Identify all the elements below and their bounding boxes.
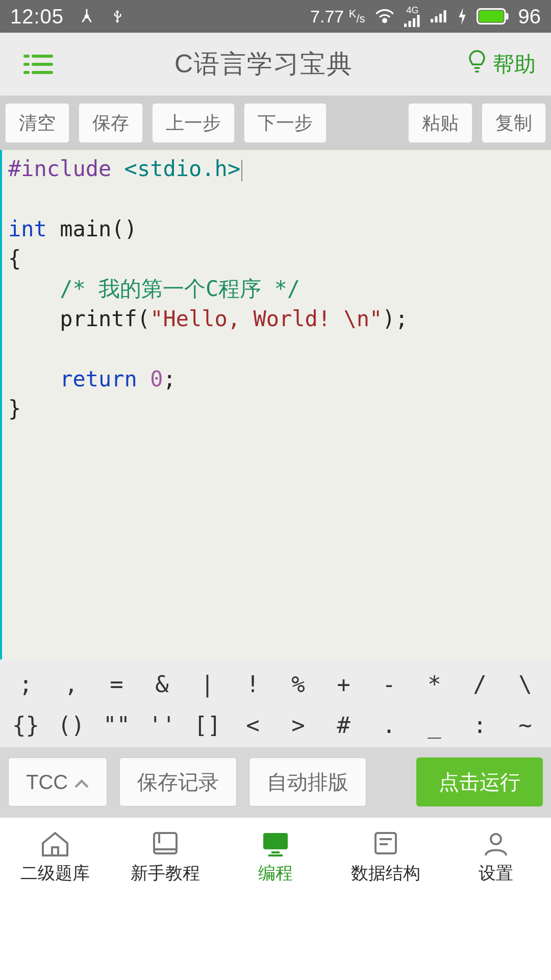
- svg-rect-24: [263, 833, 288, 849]
- document-icon: [369, 829, 402, 857]
- paste-button[interactable]: 粘贴: [408, 103, 472, 143]
- tether-icon: [78, 8, 95, 25]
- status-time: 12:05: [10, 5, 64, 28]
- lightbulb-icon: [466, 49, 488, 80]
- symbol-key[interactable]: !: [230, 664, 276, 704]
- symbol-key[interactable]: %: [276, 664, 321, 704]
- symbol-key[interactable]: :: [457, 704, 503, 745]
- symbol-key[interactable]: >: [276, 704, 321, 745]
- undo-button[interactable]: 上一步: [152, 103, 235, 143]
- bottom-tab-bar: 二级题库 新手教程 编程 数据结构 设置: [0, 817, 551, 896]
- svg-rect-8: [439, 14, 442, 22]
- symbol-key[interactable]: +: [321, 664, 366, 704]
- symbol-key[interactable]: ~: [503, 704, 548, 745]
- tab-tutorial[interactable]: 新手教程: [110, 818, 220, 896]
- usb-icon: [110, 7, 125, 26]
- signal-4g-icon: 4G: [404, 6, 421, 27]
- chevron-up-icon: [74, 771, 89, 794]
- svg-rect-25: [271, 851, 280, 853]
- code-editor[interactable]: #include <stdio.h> int main() { /* 我的第一个…: [0, 150, 551, 659]
- symbol-key[interactable]: {}: [3, 704, 48, 745]
- help-label: 帮助: [493, 50, 536, 79]
- symbol-key[interactable]: '': [139, 704, 185, 745]
- symbol-key[interactable]: |: [185, 664, 230, 704]
- charging-icon: [457, 8, 467, 25]
- signal-icon: [431, 9, 448, 23]
- svg-rect-12: [506, 13, 508, 20]
- symbol-key[interactable]: -: [366, 664, 412, 704]
- copy-button[interactable]: 复制: [482, 103, 546, 143]
- auto-format-button[interactable]: 自动排版: [249, 757, 366, 806]
- svg-rect-4: [413, 18, 415, 27]
- symbol-key[interactable]: <: [230, 704, 276, 745]
- editor-toolbar: 清空 保存 上一步 下一步 粘贴 复制: [0, 96, 551, 150]
- symbol-row-2: {}()""''[]<>#._:~: [3, 704, 548, 745]
- network-speed: 7.77 K/s: [310, 7, 365, 27]
- save-history-button[interactable]: 保存记录: [119, 757, 237, 806]
- symbol-key[interactable]: .: [366, 704, 412, 745]
- symbol-keyboard: ;,=&|!%+-*/\ {}()""''[]<>#._:~: [0, 659, 551, 747]
- symbol-key[interactable]: _: [412, 704, 457, 745]
- svg-point-1: [383, 19, 386, 22]
- symbol-key[interactable]: \: [503, 664, 548, 704]
- home-icon: [39, 829, 71, 857]
- tab-data-structures[interactable]: 数据结构: [331, 818, 441, 896]
- tab-exam-bank[interactable]: 二级题库: [0, 818, 110, 896]
- battery-icon: [477, 8, 509, 24]
- svg-rect-11: [479, 11, 503, 22]
- status-bar: 12:05 7.77 K/s 4G 96: [0, 0, 551, 33]
- monitor-icon: [259, 829, 292, 857]
- svg-rect-6: [431, 19, 433, 22]
- symbol-key[interactable]: &: [139, 664, 185, 704]
- svg-rect-26: [268, 854, 283, 856]
- compiler-selector[interactable]: TCC: [8, 757, 107, 806]
- svg-rect-3: [408, 21, 411, 27]
- svg-rect-5: [417, 15, 419, 27]
- svg-point-30: [491, 834, 501, 844]
- symbol-key[interactable]: (): [48, 704, 94, 745]
- symbol-key[interactable]: *: [412, 664, 457, 704]
- user-icon: [480, 829, 512, 857]
- redo-button[interactable]: 下一步: [244, 103, 327, 143]
- tab-settings[interactable]: 设置: [441, 818, 551, 896]
- symbol-key[interactable]: #: [321, 704, 366, 745]
- battery-percentage: 96: [518, 5, 541, 28]
- run-button[interactable]: 点击运行: [416, 757, 543, 806]
- symbol-key[interactable]: []: [185, 704, 230, 745]
- action-bar: TCC 保存记录 自动排版 点击运行: [0, 747, 551, 817]
- app-title: C语言学习宝典: [174, 47, 353, 81]
- clear-button[interactable]: 清空: [5, 103, 69, 143]
- help-button[interactable]: 帮助: [466, 49, 536, 80]
- svg-rect-2: [404, 23, 407, 27]
- symbol-key[interactable]: /: [457, 664, 503, 704]
- symbol-row-1: ;,=&|!%+-*/\: [3, 664, 548, 704]
- symbol-key[interactable]: ,: [48, 664, 94, 704]
- svg-rect-9: [443, 10, 446, 22]
- menu-button[interactable]: [15, 44, 61, 85]
- symbol-key[interactable]: "": [94, 704, 139, 745]
- wifi-icon: [374, 8, 395, 24]
- book-icon: [149, 829, 182, 857]
- app-header: C语言学习宝典 帮助: [0, 33, 551, 96]
- tab-coding[interactable]: 编程: [220, 818, 331, 896]
- text-cursor: [241, 160, 242, 181]
- code-content: #include <stdio.h> int main() { /* 我的第一个…: [2, 150, 551, 429]
- save-button[interactable]: 保存: [79, 103, 143, 143]
- symbol-key[interactable]: ;: [3, 664, 48, 704]
- symbol-key[interactable]: =: [94, 664, 139, 704]
- svg-rect-7: [435, 16, 437, 22]
